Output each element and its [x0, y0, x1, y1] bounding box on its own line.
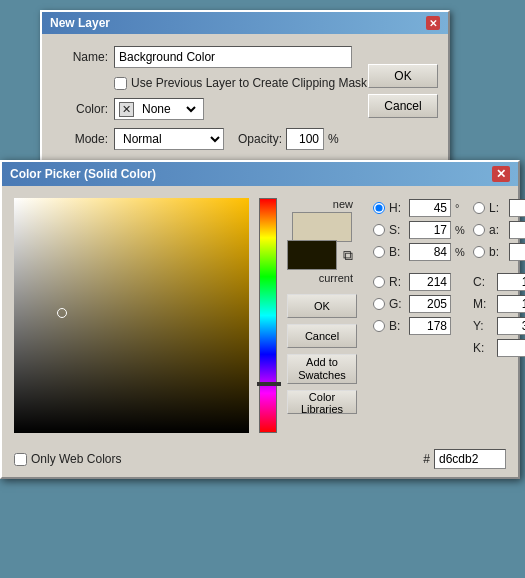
new-layer-dialog: New Layer ✕ Name: Use Previous Layer to … — [40, 10, 450, 172]
b-input[interactable] — [409, 243, 451, 261]
b-unit: % — [455, 246, 469, 258]
k-input[interactable] — [497, 339, 525, 357]
r-radio[interactable] — [373, 276, 385, 288]
h-radio[interactable] — [373, 202, 385, 214]
only-web-label: Only Web Colors — [31, 452, 121, 466]
color-picker-title: Color Picker (Solid Color) — [10, 167, 156, 181]
new-layer-cancel-button[interactable]: Cancel — [368, 94, 438, 118]
current-color-label: current — [319, 272, 353, 284]
color-preview-section: new ⧉ current OK Cancel Add to Swatches … — [287, 198, 357, 433]
color-libraries-button[interactable]: Color Libraries — [287, 390, 357, 414]
new-color-label: new — [333, 198, 353, 210]
y-label: Y: — [473, 319, 493, 333]
new-layer-ok-button[interactable]: OK — [368, 64, 438, 88]
m-input[interactable] — [497, 295, 525, 313]
b-radio[interactable] — [373, 246, 385, 258]
h-input[interactable] — [409, 199, 451, 217]
only-web-colors-checkbox[interactable] — [14, 453, 27, 466]
g-input[interactable] — [409, 295, 451, 313]
color-picker-close-button[interactable]: ✕ — [492, 166, 510, 182]
color-cursor — [57, 308, 67, 318]
h-unit: ° — [455, 202, 469, 214]
cancel-button[interactable]: Cancel — [287, 324, 357, 348]
hex-input[interactable] — [434, 449, 506, 469]
hue-thumb — [257, 382, 281, 386]
k-label: K: — [473, 341, 493, 355]
h-label: H: — [389, 201, 405, 215]
color-preview-area: new ⧉ current — [287, 198, 357, 284]
a-label: a: — [489, 223, 505, 237]
c-input[interactable] — [497, 273, 525, 291]
y-input[interactable] — [497, 317, 525, 335]
color-picker-dialog: Color Picker (Solid Color) ✕ new ⧉ curre… — [0, 160, 520, 479]
new-color-preview — [292, 212, 352, 242]
r-label: R: — [389, 275, 405, 289]
new-layer-titlebar: New Layer ✕ — [42, 12, 448, 34]
b-lab-label: b: — [489, 245, 505, 259]
mode-label: Mode: — [58, 132, 108, 146]
s-input[interactable] — [409, 221, 451, 239]
b-rgb-input[interactable] — [409, 317, 451, 335]
color-select[interactable]: ✕ None Red Orange Yellow Green Blue — [114, 98, 204, 120]
b-lab-radio[interactable] — [473, 246, 485, 258]
name-input[interactable] — [114, 46, 352, 68]
clipboard-icon[interactable]: ⧉ — [339, 246, 357, 264]
b-rgb-label: B: — [389, 319, 405, 333]
clipping-mask-checkbox[interactable] — [114, 77, 127, 90]
s-radio[interactable] — [373, 224, 385, 236]
opacity-unit: % — [328, 132, 339, 146]
l-label: L: — [489, 201, 505, 215]
c-label: C: — [473, 275, 493, 289]
color-field-gradient — [14, 198, 249, 433]
color-picker-body: new ⧉ current OK Cancel Add to Swatches … — [2, 186, 518, 445]
color-field[interactable] — [14, 198, 249, 433]
lab-cmyk-values: L: a: b: C: — [473, 198, 525, 433]
hsb-rgb-values: H: ° S: % B: % — [373, 198, 469, 433]
b-lab-input[interactable] — [509, 243, 525, 261]
new-layer-close-button[interactable]: ✕ — [426, 16, 440, 30]
g-label: G: — [389, 297, 405, 311]
color-picker-titlebar: Color Picker (Solid Color) ✕ — [2, 162, 518, 186]
b-label: B: — [389, 245, 405, 259]
color-picker-bottom: Only Web Colors # — [2, 445, 518, 477]
g-radio[interactable] — [373, 298, 385, 310]
opacity-input[interactable] — [286, 128, 324, 150]
a-radio[interactable] — [473, 224, 485, 236]
r-input[interactable] — [409, 273, 451, 291]
l-radio[interactable] — [473, 202, 485, 214]
current-color-preview — [287, 240, 337, 270]
clipping-mask-label: Use Previous Layer to Create Clipping Ma… — [131, 76, 367, 90]
new-layer-title: New Layer — [50, 16, 110, 30]
b-rgb-radio[interactable] — [373, 320, 385, 332]
mode-select[interactable]: Normal Multiply Screen Overlay — [114, 128, 224, 150]
ok-button[interactable]: OK — [287, 294, 357, 318]
s-label: S: — [389, 223, 405, 237]
l-input[interactable] — [509, 199, 525, 217]
hue-slider[interactable] — [259, 198, 277, 433]
a-input[interactable] — [509, 221, 525, 239]
add-to-swatches-button[interactable]: Add to Swatches — [287, 354, 357, 384]
opacity-label: Opacity: — [238, 132, 282, 146]
m-label: M: — [473, 297, 493, 311]
name-label: Name: — [58, 50, 108, 64]
s-unit: % — [455, 224, 469, 236]
color-dropdown[interactable]: None Red Orange Yellow Green Blue — [138, 101, 199, 117]
color-label: Color: — [58, 102, 108, 116]
hex-symbol: # — [423, 452, 430, 466]
color-values-section: H: ° S: % B: % — [367, 198, 525, 433]
